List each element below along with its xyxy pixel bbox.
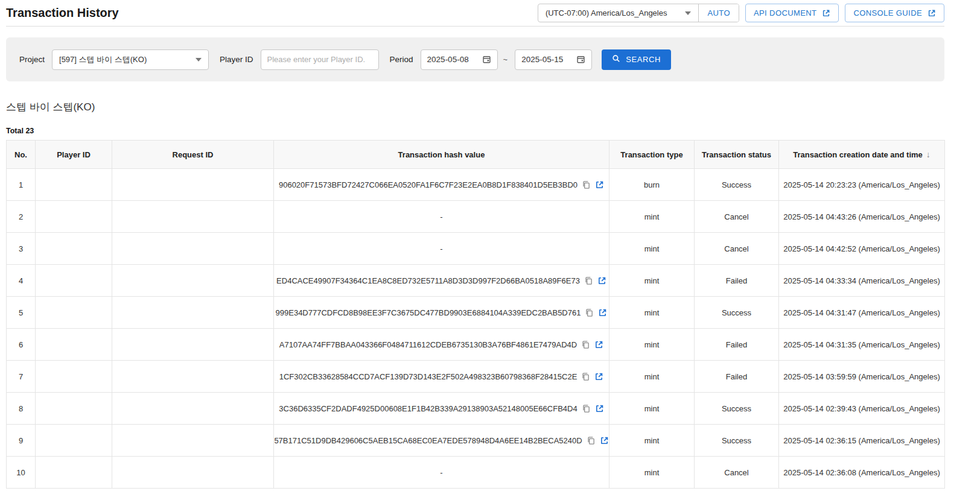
external-link-icon[interactable] <box>598 308 607 317</box>
cell-created: 2025-05-14 02:39:43 (America/Los_Angeles… <box>779 393 945 425</box>
cell-transaction-type: mint <box>609 457 695 489</box>
cell-transaction-type: mint <box>609 265 695 297</box>
cell-transaction-hash: 57B171C51D9DB429606C5AEB15CA68EC0EA7EDE5… <box>274 425 609 457</box>
project-select[interactable]: [597] 스텝 바이 스텝(KO) <box>52 49 209 70</box>
cell-no: 9 <box>7 425 36 457</box>
transaction-table: No. Player ID Request ID Transaction has… <box>6 140 945 489</box>
page-title: Transaction History <box>6 6 119 20</box>
table-body: 1 906020F71573BFD72427C066EA0520FA1F6C7F… <box>7 169 945 489</box>
cell-transaction-status: Success <box>695 169 779 201</box>
search-button[interactable]: SEARCH <box>602 49 671 70</box>
calendar-icon <box>576 55 585 64</box>
external-link-icon <box>822 9 830 17</box>
period-end-input[interactable]: 2025-05-15 <box>515 49 592 70</box>
cell-player-id <box>36 201 112 233</box>
cell-no: 2 <box>7 201 36 233</box>
cell-player-id <box>36 169 112 201</box>
transaction-hash-value: A7107AA74FF7BBAA043366F0484711612CDEB673… <box>279 340 577 349</box>
cell-transaction-type: mint <box>609 425 695 457</box>
cell-request-id <box>112 201 274 233</box>
copy-icon[interactable] <box>584 276 593 285</box>
period-separator: ~ <box>503 55 508 64</box>
timezone-group: (UTC-07:00) America/Los_Angeles AUTO <box>538 4 739 22</box>
period-end-value: 2025-05-15 <box>521 55 563 64</box>
table-row: 1 906020F71573BFD72427C066EA0520FA1F6C7F… <box>7 169 945 201</box>
cell-created: 2025-05-14 04:31:35 (America/Los_Angeles… <box>779 329 945 361</box>
cell-transaction-type: burn <box>609 169 695 201</box>
table-row: 2 - mint Cancel <box>7 201 945 233</box>
transaction-hash-value: 999E34D777CDFCD8B98EE3F7C3675DC477BD9903… <box>276 308 581 317</box>
project-label: Project <box>19 55 45 64</box>
cell-created: 2025-05-14 03:59:59 (America/Los_Angeles… <box>779 361 945 393</box>
period-label: Period <box>390 55 413 64</box>
cell-created: 2025-05-14 02:36:15 (America/Los_Angeles… <box>779 425 945 457</box>
cell-transaction-type: mint <box>609 201 695 233</box>
auto-button[interactable]: AUTO <box>698 4 738 22</box>
col-header-player: Player ID <box>36 141 112 169</box>
cell-transaction-hash: 3C36D6335CF2DADF4925D00608E1F1B42B339A29… <box>274 393 609 425</box>
table-row: 9 57B171C51D9DB429606C5AEB15CA68EC0EA7ED… <box>7 425 945 457</box>
cell-no: 4 <box>7 265 36 297</box>
table-row: 8 3C36D6335CF2DADF4925D00608E1F1B42B339A… <box>7 393 945 425</box>
table-row: 5 999E34D777CDFCD8B98EE3F7C3675DC477BD99… <box>7 297 945 329</box>
cell-player-id <box>36 265 112 297</box>
cell-created: 2025-05-14 04:43:26 (America/Los_Angeles… <box>779 201 945 233</box>
filter-bar: Project [597] 스텝 바이 스텝(KO) Player ID Per… <box>6 37 944 81</box>
period-start-value: 2025-05-08 <box>427 55 469 64</box>
api-document-button[interactable]: API DOCUMENT <box>745 4 839 22</box>
project-value: [597] 스텝 바이 스텝(KO) <box>59 54 147 65</box>
period-start-input[interactable]: 2025-05-08 <box>421 49 498 70</box>
copy-icon[interactable] <box>585 308 594 317</box>
cell-no: 5 <box>7 297 36 329</box>
cell-transaction-status: Success <box>695 425 779 457</box>
console-guide-button[interactable]: CONSOLE GUIDE <box>845 4 944 22</box>
cell-transaction-status: Cancel <box>695 233 779 265</box>
external-link-icon[interactable] <box>594 372 603 381</box>
col-header-created-label: Transaction creation date and time <box>793 150 923 159</box>
cell-no: 10 <box>7 457 36 489</box>
external-link-icon[interactable] <box>595 404 604 413</box>
copy-icon[interactable] <box>581 372 590 381</box>
cell-no: 6 <box>7 329 36 361</box>
cell-no: 1 <box>7 169 36 201</box>
cell-request-id <box>112 457 274 489</box>
transaction-hash-value: 3C36D6335CF2DADF4925D00608E1F1B42B339A29… <box>279 404 577 413</box>
cell-request-id <box>112 297 274 329</box>
external-link-icon[interactable] <box>600 436 609 445</box>
cell-transaction-type: mint <box>609 297 695 329</box>
col-header-created[interactable]: Transaction creation date and time ↓ <box>779 141 945 169</box>
sort-desc-icon: ↓ <box>926 150 931 159</box>
table-row: 6 A7107AA74FF7BBAA043366F0484711612CDEB6… <box>7 329 945 361</box>
transaction-hash-value: 57B171C51D9DB429606C5AEB15CA68EC0EA7EDE5… <box>274 436 582 445</box>
cell-transaction-status: Cancel <box>695 201 779 233</box>
cell-player-id <box>36 297 112 329</box>
timezone-select[interactable]: (UTC-07:00) America/Los_Angeles <box>538 4 699 22</box>
table-header-row: No. Player ID Request ID Transaction has… <box>7 141 945 169</box>
cell-transaction-hash: - <box>274 233 609 265</box>
page-header: Transaction History (UTC-07:00) America/… <box>6 0 944 27</box>
cell-transaction-type: mint <box>609 329 695 361</box>
copy-icon[interactable] <box>582 180 591 189</box>
page-content: Transaction History (UTC-07:00) America/… <box>6 0 944 489</box>
cell-transaction-status: Success <box>695 393 779 425</box>
transaction-hash-value: - <box>440 212 442 221</box>
cell-transaction-type: mint <box>609 393 695 425</box>
transaction-hash-value: 1CF302CB33628584CCD7ACF139D73D143E2F502A… <box>279 372 578 381</box>
copy-icon[interactable] <box>581 340 590 349</box>
console-guide-label: CONSOLE GUIDE <box>853 8 922 17</box>
cell-transaction-hash: 999E34D777CDFCD8B98EE3F7C3675DC477BD9903… <box>274 297 609 329</box>
cell-transaction-status: Failed <box>695 329 779 361</box>
api-document-label: API DOCUMENT <box>754 8 816 17</box>
external-link-icon[interactable] <box>595 180 604 189</box>
external-link-icon[interactable] <box>597 276 606 285</box>
external-link-icon <box>928 9 936 17</box>
total-count: Total 23 <box>6 127 944 135</box>
table-row: 7 1CF302CB33628584CCD7ACF139D73D143E2F50… <box>7 361 945 393</box>
copy-icon[interactable] <box>587 436 596 445</box>
transaction-hash-value: ED4CACE49907F34364C1EA8C8ED732E5711A8D3D… <box>276 276 580 285</box>
copy-icon[interactable] <box>582 404 591 413</box>
external-link-icon[interactable] <box>594 340 603 349</box>
cell-no: 7 <box>7 361 36 393</box>
player-id-label: Player ID <box>220 55 253 64</box>
player-id-input[interactable] <box>261 49 379 70</box>
